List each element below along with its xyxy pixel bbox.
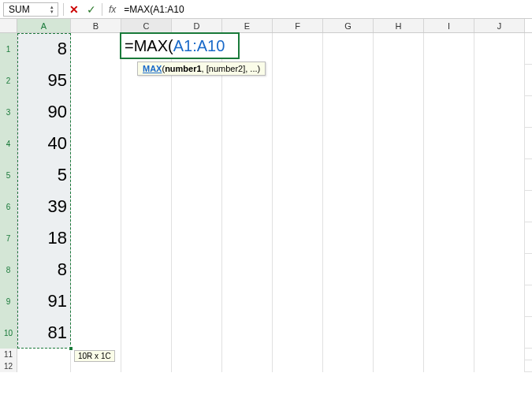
cell[interactable] xyxy=(273,191,323,222)
cell[interactable] xyxy=(474,254,525,285)
cell[interactable] xyxy=(424,254,474,285)
confirm-button[interactable]: ✓ xyxy=(83,0,100,19)
cell[interactable] xyxy=(71,191,121,222)
grid-body[interactable]: 18295390440556397188899110811112 xyxy=(0,33,532,372)
cell[interactable] xyxy=(323,96,374,128)
row-header[interactable]: 10 xyxy=(0,317,17,349)
cell[interactable] xyxy=(121,360,172,372)
cell[interactable] xyxy=(424,159,474,191)
cell[interactable] xyxy=(273,360,323,372)
cell[interactable] xyxy=(71,285,121,317)
cell[interactable] xyxy=(474,65,525,96)
col-header-E[interactable]: E xyxy=(222,19,273,32)
cell[interactable] xyxy=(474,222,525,254)
cell[interactable]: 8 xyxy=(17,33,71,65)
cell[interactable] xyxy=(273,33,323,65)
cell[interactable] xyxy=(374,191,424,222)
row-header[interactable]: 1 xyxy=(0,33,17,65)
cell[interactable] xyxy=(273,65,323,96)
cell[interactable] xyxy=(374,317,424,349)
cell[interactable] xyxy=(222,191,273,222)
col-header-C[interactable]: C xyxy=(121,19,172,32)
cell[interactable] xyxy=(273,285,323,317)
cell[interactable] xyxy=(273,317,323,349)
cell[interactable] xyxy=(172,191,222,222)
cell[interactable] xyxy=(374,159,424,191)
cell[interactable] xyxy=(222,254,273,285)
cell[interactable] xyxy=(71,222,121,254)
cell[interactable] xyxy=(424,128,474,159)
cell[interactable] xyxy=(273,128,323,159)
cell[interactable]: 5 xyxy=(17,159,71,191)
col-header-B[interactable]: B xyxy=(71,19,121,32)
cell[interactable] xyxy=(374,65,424,96)
cell[interactable] xyxy=(71,96,121,128)
active-cell-editor[interactable]: =MAX(A1:A10 xyxy=(120,32,240,59)
cell[interactable] xyxy=(323,222,374,254)
cell[interactable] xyxy=(374,128,424,159)
cell[interactable] xyxy=(424,317,474,349)
row-header[interactable]: 11 xyxy=(0,349,17,360)
cell[interactable] xyxy=(374,222,424,254)
row-header[interactable]: 8 xyxy=(0,254,17,285)
cell[interactable] xyxy=(222,222,273,254)
cell[interactable] xyxy=(323,254,374,285)
cell[interactable] xyxy=(172,349,222,360)
name-box-stepper[interactable]: ▴ ▾ xyxy=(48,5,56,14)
row-header[interactable]: 12 xyxy=(0,360,17,372)
cell[interactable] xyxy=(323,285,374,317)
cell[interactable] xyxy=(17,349,71,360)
row-header[interactable]: 6 xyxy=(0,191,17,222)
cell[interactable] xyxy=(71,360,121,372)
col-header-H[interactable]: H xyxy=(374,19,424,32)
select-all-corner[interactable] xyxy=(0,19,17,32)
cell[interactable] xyxy=(374,285,424,317)
cell[interactable] xyxy=(172,317,222,349)
cell[interactable] xyxy=(222,128,273,159)
col-header-A[interactable]: A xyxy=(17,19,71,32)
cell[interactable] xyxy=(424,222,474,254)
cell[interactable] xyxy=(222,360,273,372)
cell[interactable] xyxy=(172,159,222,191)
cell[interactable] xyxy=(172,285,222,317)
tooltip-fn-link[interactable]: MAX xyxy=(143,64,162,73)
cell[interactable] xyxy=(273,96,323,128)
cell[interactable] xyxy=(71,317,121,349)
cell[interactable] xyxy=(323,159,374,191)
cell[interactable]: 18 xyxy=(17,222,71,254)
cell[interactable] xyxy=(323,317,374,349)
cell[interactable] xyxy=(222,285,273,317)
cell[interactable] xyxy=(474,317,525,349)
cell[interactable] xyxy=(273,254,323,285)
cell[interactable]: 8 xyxy=(17,254,71,285)
cell[interactable] xyxy=(121,317,172,349)
cell[interactable] xyxy=(424,349,474,360)
cell[interactable] xyxy=(121,96,172,128)
cell[interactable] xyxy=(273,159,323,191)
cell[interactable] xyxy=(71,128,121,159)
col-header-F[interactable]: F xyxy=(273,19,323,32)
cell[interactable] xyxy=(121,222,172,254)
row-header[interactable]: 4 xyxy=(0,128,17,159)
cell[interactable] xyxy=(323,128,374,159)
cell[interactable] xyxy=(474,349,525,360)
function-tooltip[interactable]: MAX(number1, [number2], ...) xyxy=(137,62,266,76)
col-header-G[interactable]: G xyxy=(323,19,374,32)
row-header[interactable]: 5 xyxy=(0,159,17,191)
cell[interactable] xyxy=(71,254,121,285)
cell[interactable] xyxy=(222,349,273,360)
cell[interactable] xyxy=(71,33,121,65)
cell[interactable] xyxy=(71,159,121,191)
cell[interactable]: 91 xyxy=(17,285,71,317)
cell[interactable]: 39 xyxy=(17,191,71,222)
name-box[interactable]: SUM ▴ ▾ xyxy=(3,2,58,17)
cell[interactable] xyxy=(474,360,525,372)
cell[interactable] xyxy=(474,159,525,191)
cell[interactable]: 90 xyxy=(17,96,71,128)
cell[interactable] xyxy=(474,33,525,65)
cell[interactable] xyxy=(121,191,172,222)
row-header[interactable]: 2 xyxy=(0,65,17,96)
cell[interactable] xyxy=(474,191,525,222)
row-header[interactable]: 7 xyxy=(0,222,17,254)
cell[interactable] xyxy=(222,96,273,128)
